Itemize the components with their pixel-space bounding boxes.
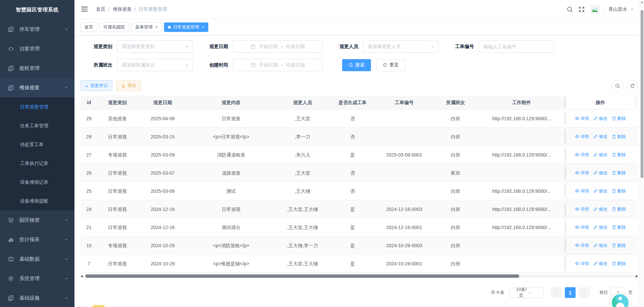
- sidebar-item-task-order[interactable]: 任务工单管理: [0, 116, 74, 135]
- edit-link[interactable]: 修改: [593, 261, 607, 267]
- main-area: 首页/维保巡查/日常巡更管理: [74, 0, 644, 307]
- scroll-up-icon[interactable]: ▲: [640, 1, 644, 4]
- current-page-button[interactable]: 1: [565, 287, 576, 298]
- edit-link[interactable]: 修改: [593, 243, 607, 249]
- tab-menu-mgmt[interactable]: 菜单管理×: [131, 23, 162, 32]
- patrol-type-select[interactable]: 请选择巡更类别: [117, 40, 193, 53]
- scroll-right-icon[interactable]: ▶: [636, 275, 638, 278]
- reports-icon: [8, 236, 14, 243]
- cell-type: 日常巡视: [97, 182, 138, 200]
- prev-page-button[interactable]: ‹: [551, 287, 561, 298]
- breadcrumb-item[interactable]: 首页: [96, 6, 105, 12]
- cell-people: ,王大锤,李一刀: [274, 236, 331, 254]
- delete-label: 删除: [617, 261, 626, 267]
- detail-link[interactable]: 详情: [575, 261, 589, 267]
- username[interactable]: 青山碧水: [608, 6, 627, 12]
- export-button[interactable]: 导出: [116, 80, 141, 91]
- cell-type: 日常巡视: [97, 218, 138, 236]
- patrol-register-button[interactable]: + 巡更登记: [80, 80, 112, 91]
- cell-date: 2024-10-29: [138, 236, 188, 254]
- vertical-scrollbar[interactable]: ▲: [640, 0, 644, 307]
- search-button[interactable]: 搜索: [342, 59, 371, 71]
- detail-link[interactable]: 详情: [575, 116, 589, 122]
- sidebar-item-maintenance[interactable]: 维保巡查: [0, 78, 74, 97]
- edit-link[interactable]: 修改: [593, 116, 607, 122]
- hscroll-thumb[interactable]: [85, 274, 519, 278]
- select-placeholder: 请选择巡更人员: [368, 44, 431, 50]
- delete-icon: [612, 261, 616, 266]
- sidebar-item-infrastructure[interactable]: 基础设施: [0, 288, 74, 307]
- delete-link[interactable]: 删除: [612, 188, 626, 194]
- vscroll-thumb[interactable]: [641, 10, 643, 178]
- column-header-actions: 操作: [566, 95, 635, 109]
- sidebar-item-device-maint-record[interactable]: 设备维保记录: [0, 173, 74, 191]
- page-size-select[interactable]: 10条/页: [510, 287, 544, 298]
- order-no-input[interactable]: [479, 40, 554, 53]
- delete-link[interactable]: 删除: [612, 170, 626, 176]
- sidebar-item-parking[interactable]: 停车管理: [0, 19, 74, 39]
- detail-link[interactable]: 详情: [575, 188, 589, 194]
- edit-link[interactable]: 修改: [593, 188, 607, 194]
- sidebar-item-visitor[interactable]: 访客管理: [0, 39, 74, 58]
- search-icon[interactable]: [567, 6, 573, 12]
- sidebar-item-daily-patrol[interactable]: 日常巡更管理: [0, 97, 74, 116]
- cell-content: 日常巡查: [188, 109, 274, 127]
- tab-visual-park[interactable]: 可视化园区: [99, 23, 129, 32]
- table-refresh-icon-button[interactable]: [627, 80, 638, 91]
- detail-link[interactable]: 详情: [575, 224, 589, 230]
- cell-attachment: http://192.168.0.129:9000/...: [477, 218, 566, 236]
- reset-button[interactable]: 重置: [376, 59, 405, 71]
- close-icon[interactable]: ×: [155, 25, 158, 29]
- edit-link[interactable]: 修改: [593, 224, 607, 230]
- delete-link[interactable]: 删除: [612, 224, 626, 230]
- next-page-button[interactable]: ›: [579, 287, 590, 298]
- close-icon[interactable]: ×: [202, 25, 205, 29]
- edit-link[interactable]: 修改: [593, 152, 607, 158]
- patrol-people-select[interactable]: 请选择巡更人员: [363, 40, 438, 53]
- page-unit: 页: [628, 290, 633, 296]
- shift-select[interactable]: 请选择所属班次: [117, 59, 193, 71]
- sidebar-toggle-icon[interactable]: [81, 6, 89, 13]
- partial-hidden-button[interactable]: [93, 305, 105, 307]
- scroll-left-icon[interactable]: ◀: [80, 275, 83, 278]
- delete-link[interactable]: 删除: [612, 243, 626, 249]
- patrol-date-daterange[interactable]: 开始日期-结束日期: [233, 40, 323, 53]
- breadcrumb-item[interactable]: 维保巡查: [113, 6, 131, 12]
- hscroll-track[interactable]: [85, 274, 634, 278]
- detail-link[interactable]: 详情: [575, 170, 589, 176]
- sidebar-item-order-record[interactable]: 工单执行记录: [0, 154, 74, 173]
- sidebar-item-pending-order[interactable]: 待处置工单: [0, 135, 74, 154]
- sidebar-item-energy[interactable]: 能耗管理: [0, 58, 74, 78]
- delete-link[interactable]: 删除: [612, 206, 626, 212]
- delete-label: 删除: [617, 170, 626, 176]
- table-search-icon-button[interactable]: [612, 80, 623, 91]
- delete-link[interactable]: 删除: [612, 134, 626, 140]
- edit-link[interactable]: 修改: [593, 206, 607, 212]
- sidebar-item-base-data[interactable]: 基础数据: [0, 249, 74, 269]
- edit-icon: [593, 207, 598, 211]
- avatar[interactable]: [590, 5, 599, 14]
- delete-label: 删除: [617, 224, 626, 230]
- cell-order_no: 2024-10-29-0001: [374, 255, 434, 272]
- detail-link[interactable]: 详情: [575, 243, 589, 249]
- edit-link[interactable]: 修改: [593, 170, 607, 176]
- edit-link[interactable]: 修改: [593, 134, 607, 140]
- detail-link[interactable]: 详情: [575, 206, 589, 212]
- delete-link[interactable]: 删除: [612, 152, 626, 158]
- tab-home[interactable]: 首页: [80, 23, 97, 32]
- detail-link[interactable]: 详情: [575, 152, 589, 158]
- chevron-down-icon[interactable]: [630, 8, 634, 11]
- sidebar-item-system[interactable]: 系统管理: [0, 269, 74, 288]
- sidebar-item-reports[interactable]: 统计报表: [0, 230, 74, 249]
- sidebar-item-materials[interactable]: 园区物资: [0, 210, 74, 230]
- delete-link[interactable]: 删除: [612, 261, 626, 267]
- tab-daily-patrol[interactable]: 日常巡更管理×: [164, 23, 209, 32]
- detail-link[interactable]: 详情: [575, 134, 589, 140]
- chevron-down-icon: [185, 45, 189, 49]
- sidebar-item-device-maint-remind[interactable]: 设备维保提醒: [0, 191, 74, 210]
- cell-order_no: 2024-10-29-0003: [374, 236, 434, 254]
- delete-link[interactable]: 删除: [612, 116, 626, 122]
- fullscreen-icon[interactable]: [579, 6, 585, 12]
- create-time-daterange[interactable]: 开始日期-结束日期: [233, 59, 323, 71]
- cell-generated: 否: [331, 164, 374, 182]
